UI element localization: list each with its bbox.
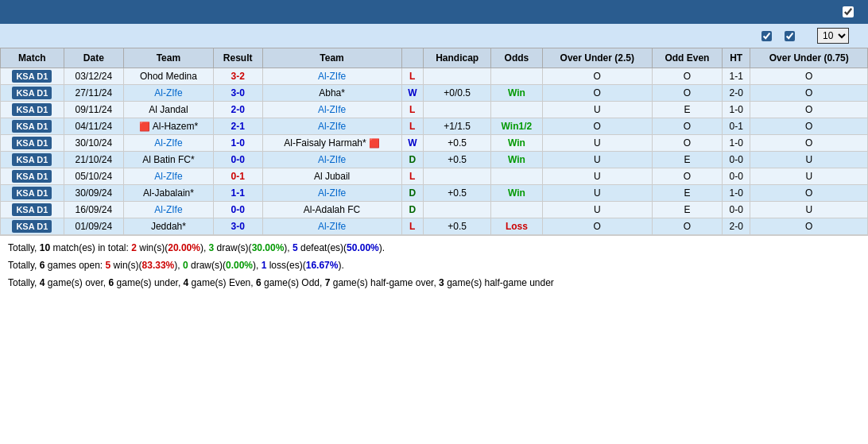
team1-link[interactable]: Al-ZIfe <box>154 87 182 98</box>
match-badge: KSA D1 <box>12 187 52 199</box>
handicap-cell: +0.5 <box>424 135 491 152</box>
team2-cell[interactable]: Al-ZIfe <box>262 102 401 118</box>
outcome-cell: D <box>401 202 423 218</box>
display-notes-checkbox[interactable] <box>843 6 854 17</box>
outcome-cell: L <box>401 102 423 118</box>
match-cell: KSA D1 <box>1 102 64 118</box>
date-cell: 03/12/24 <box>64 68 123 85</box>
team2-cell[interactable]: Al-ZIfe <box>262 118 401 135</box>
ht-cell: 1-0 <box>722 135 750 152</box>
match-badge: KSA D1 <box>12 170 52 183</box>
ksa-d1-checkbox[interactable] <box>761 31 772 41</box>
odds-cell: Loss <box>491 218 542 235</box>
team1-cell[interactable]: Al-ZIfe <box>124 202 214 218</box>
col-team1: Team <box>124 48 214 68</box>
odds-cell: Win <box>491 185 542 202</box>
ou25-cell: U <box>542 135 652 152</box>
outcome-cell: D <box>401 152 423 168</box>
table-row: KSA D104/11/24🟥 Al-Hazem*2-1Al-ZIfeL+1/1… <box>1 118 868 135</box>
ou25-cell: O <box>542 68 652 85</box>
oddeven-cell: O <box>652 218 722 235</box>
ou075-cell: O <box>750 68 868 85</box>
result-cell: 3-2 <box>213 68 262 85</box>
team1-cell: Jeddah* <box>124 218 214 235</box>
team1-cell[interactable]: Al-ZIfe <box>124 135 214 152</box>
ht-cell: 0-0 <box>722 152 750 168</box>
result-cell: 1-1 <box>213 185 262 202</box>
odds-cell <box>491 68 542 85</box>
odds-cell: Win <box>491 85 542 102</box>
match-cell: KSA D1 <box>1 118 64 135</box>
team1-cell[interactable]: Al-ZIfe <box>124 168 214 185</box>
match-badge: KSA D1 <box>12 87 52 99</box>
col-outcome <box>401 48 423 68</box>
oddeven-cell: O <box>652 118 722 135</box>
team1-link[interactable]: Al-ZIfe <box>154 204 182 215</box>
match-badge: KSA D1 <box>12 103 52 116</box>
col-date: Date <box>64 48 123 68</box>
historic-scores-table: Match Date Team Result Team Handicap Odd… <box>0 48 868 235</box>
ksa-d2-filter[interactable] <box>785 31 798 41</box>
ou075-cell: O <box>750 102 868 118</box>
summary-line: Totally, 6 games open: 5 win(s)(83.33%),… <box>8 258 860 273</box>
outcome-cell: D <box>401 185 423 202</box>
col-ht: HT <box>722 48 750 68</box>
team2-link[interactable]: Al-ZIfe <box>318 104 346 115</box>
col-ou075: Over Under (0.75) <box>750 48 868 68</box>
ksa-d1-filter[interactable] <box>761 31 775 41</box>
oddeven-cell: E <box>652 185 722 202</box>
red-flag-icon: 🟥 <box>366 138 380 148</box>
match-cell: KSA D1 <box>1 135 64 152</box>
ou25-cell: U <box>542 168 652 185</box>
team1-cell: Ohod Medina <box>124 68 214 85</box>
outcome-cell: W <box>401 135 423 152</box>
ksa-d2-checkbox[interactable] <box>785 31 795 41</box>
match-cell: KSA D1 <box>1 202 64 218</box>
team2-cell: Al-Faisaly Harmah* 🟥 <box>262 135 401 152</box>
team1-link[interactable]: Al-ZIfe <box>154 171 182 182</box>
team1-cell[interactable]: Al-ZIfe <box>124 85 214 102</box>
result-cell: 0-1 <box>213 168 262 185</box>
last-select[interactable]: 5 10 15 20 All <box>817 28 849 44</box>
odds-cell: Win1/2 <box>491 118 542 135</box>
filter-bar: 5 10 15 20 All <box>0 24 868 48</box>
match-badge: KSA D1 <box>12 70 52 83</box>
team2-link[interactable]: Al-ZIfe <box>318 121 346 132</box>
ou25-cell: U <box>542 102 652 118</box>
date-cell: 30/09/24 <box>64 185 123 202</box>
match-cell: KSA D1 <box>1 185 64 202</box>
ht-cell: 1-0 <box>722 185 750 202</box>
date-cell: 21/10/24 <box>64 152 123 168</box>
ht-cell: 0-0 <box>722 202 750 218</box>
outcome-cell: L <box>401 68 423 85</box>
team1-link[interactable]: Al-ZIfe <box>154 137 182 149</box>
outcome-cell: L <box>401 218 423 235</box>
match-badge: KSA D1 <box>12 220 52 233</box>
ou075-cell: U <box>750 152 868 168</box>
col-handicap: Handicap <box>424 48 491 68</box>
team2-cell: Al Jubail <box>262 168 401 185</box>
oddeven-cell: E <box>652 102 722 118</box>
outcome-cell: W <box>401 85 423 102</box>
team2-cell[interactable]: Al-ZIfe <box>262 185 401 202</box>
team2-cell[interactable]: Al-ZIfe <box>262 152 401 168</box>
display-notes-control[interactable] <box>843 6 858 17</box>
team2-link[interactable]: Al-ZIfe <box>318 71 346 82</box>
match-cell: KSA D1 <box>1 152 64 168</box>
match-cell: KSA D1 <box>1 68 64 85</box>
ht-cell: 1-1 <box>722 68 750 85</box>
team2-cell[interactable]: Al-ZIfe <box>262 218 401 235</box>
result-cell: 1-0 <box>213 135 262 152</box>
odds-cell <box>491 202 542 218</box>
match-cell: KSA D1 <box>1 168 64 185</box>
team2-link[interactable]: Al-ZIfe <box>318 187 346 199</box>
team2-link[interactable]: Al-ZIfe <box>318 221 346 232</box>
date-cell: 01/09/24 <box>64 218 123 235</box>
team2-cell[interactable]: Al-ZIfe <box>262 68 401 85</box>
date-cell: 04/11/24 <box>64 118 123 135</box>
ou075-cell: O <box>750 185 868 202</box>
match-badge: KSA D1 <box>12 137 52 149</box>
oddeven-cell: E <box>652 202 722 218</box>
handicap-cell: +0.5 <box>424 185 491 202</box>
team2-link[interactable]: Al-ZIfe <box>318 154 346 165</box>
